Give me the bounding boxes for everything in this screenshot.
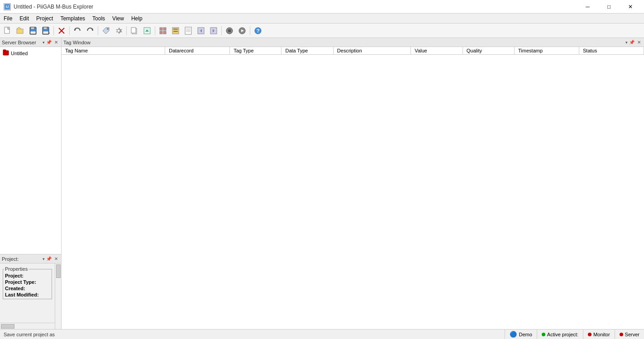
project-close-button[interactable]: ✕	[53, 256, 59, 262]
project-v-scrollbar[interactable]	[55, 264, 61, 329]
col-quality: Quality	[463, 47, 514, 55]
project-panel-controls: ▾ 📌 ✕	[43, 256, 59, 262]
server-browser-panel: Server Browser ▾ 📌 ✕ Untitled	[0, 38, 61, 254]
menu-item-view[interactable]: View	[109, 14, 128, 23]
col-description: Description	[333, 47, 411, 55]
properties-legend: Properties	[4, 266, 29, 272]
project-type-label: Project Type:	[5, 279, 41, 285]
properties-group: Properties Project: Project Type: Create…	[3, 266, 52, 299]
tag-window-controls: ▾ 📌 ✕	[625, 39, 642, 46]
server-label: Server	[625, 332, 639, 337]
col-tag-type: Tag Type	[230, 47, 281, 55]
help-button[interactable]: ?	[252, 25, 264, 37]
app-icon: M	[4, 3, 11, 10]
svg-rect-24	[160, 31, 162, 34]
close-button[interactable]: ✕	[620, 0, 640, 13]
svg-rect-22	[160, 28, 162, 30]
tree-item-untitled[interactable]: Untitled	[2, 49, 59, 57]
menu-item-file[interactable]: File	[0, 14, 16, 23]
arrow-left-button[interactable]	[195, 25, 207, 37]
tag-window-panel: Tag Window ▾ 📌 ✕ Tag NameDatarecordTag T…	[62, 38, 644, 329]
menu-item-templates[interactable]: Templates	[57, 14, 89, 23]
import-button[interactable]	[141, 25, 153, 37]
svg-point-17	[118, 29, 120, 32]
tag-window-close-button[interactable]: ✕	[636, 39, 642, 46]
tag-window-content: Tag NameDatarecordTag TypeData TypeDescr…	[62, 47, 644, 329]
svg-rect-29	[185, 27, 191, 34]
demo-label: Demo	[519, 332, 532, 337]
col-data-type: Data Type	[281, 47, 333, 55]
tag-window-pin-button[interactable]: 📌	[629, 39, 635, 46]
save-button[interactable]	[27, 25, 39, 37]
grid-button[interactable]	[157, 25, 169, 37]
project-h-scrollbar[interactable]	[0, 323, 55, 329]
project-pin-button[interactable]: 📌	[46, 256, 52, 262]
status-main-text: Save current project as	[0, 332, 505, 337]
tree-item-label: Untitled	[11, 51, 28, 56]
svg-rect-38	[228, 29, 231, 32]
tag-button[interactable]	[100, 25, 112, 37]
arrow-right-button[interactable]	[208, 25, 219, 37]
left-panel: Server Browser ▾ 📌 ✕ Untitled	[0, 38, 62, 329]
save-as-button[interactable]: +	[40, 25, 52, 37]
demo-icon: 🔵	[510, 331, 517, 338]
open-button[interactable]	[14, 25, 26, 37]
maximize-button[interactable]: □	[599, 0, 619, 13]
last-modified-label: Last Modified:	[5, 292, 41, 297]
delete-button[interactable]	[56, 25, 67, 37]
last-modified-row: Last Modified:	[4, 292, 51, 298]
redo-button[interactable]	[84, 25, 96, 37]
project-dropdown-arrow-icon: ▾	[43, 257, 45, 261]
created-label: Created:	[5, 286, 41, 291]
title-controls: ─ □ ✕	[577, 0, 640, 13]
svg-rect-27	[173, 28, 178, 30]
svg-text:?: ?	[257, 28, 260, 33]
toolbar: +	[0, 24, 644, 38]
project-panel-header: Project: ▾ 📌 ✕	[0, 254, 61, 264]
svg-rect-6	[31, 27, 34, 29]
server-browser-close-button[interactable]: ✕	[53, 39, 59, 46]
app-title: Untitled - PiiGAB M-Bus Explorer	[14, 4, 93, 10]
svg-rect-25	[163, 31, 166, 34]
svg-rect-4	[17, 29, 23, 33]
settings-button[interactable]	[113, 25, 124, 37]
menu-item-edit[interactable]: Edit	[16, 14, 33, 23]
panels-row: Server Browser ▾ 📌 ✕ Untitled	[0, 38, 644, 329]
new-button[interactable]	[2, 25, 14, 37]
status-bar: Save current project as 🔵 Demo Active pr…	[0, 329, 644, 339]
svg-rect-9	[43, 27, 47, 29]
status-server-section: Server	[615, 330, 644, 339]
doc-button[interactable]	[182, 25, 194, 37]
project-type-row: Project Type:	[4, 279, 51, 285]
server-browser-pin-button[interactable]: 📌	[46, 39, 52, 46]
play-button[interactable]	[236, 25, 248, 37]
col-value: Value	[411, 47, 463, 55]
status-demo-section: 🔵 Demo	[505, 330, 536, 339]
monitor-label: Monitor	[593, 332, 610, 337]
server-browser-title: Server Browser	[2, 40, 36, 45]
menu-item-help[interactable]: Help	[128, 14, 146, 23]
project-panel-title: Project:	[2, 256, 19, 262]
record-button[interactable]	[170, 25, 181, 37]
col-tag-name: Tag Name	[62, 47, 165, 55]
menu-item-tools[interactable]: Tools	[89, 14, 109, 23]
title-bar: M Untitled - PiiGAB M-Bus Explorer ─ □ ✕	[0, 0, 644, 14]
minimize-button[interactable]: ─	[577, 0, 598, 13]
status-monitor-section: Monitor	[583, 330, 615, 339]
project-icon	[3, 49, 9, 57]
tag-window-header: Tag Window ▾ 📌 ✕	[62, 38, 644, 47]
toolbar-sep-6	[221, 26, 222, 35]
project-property-row: Project:	[4, 273, 51, 279]
project-panel: Project: ▾ 📌 ✕ Properties Project:	[0, 254, 61, 329]
undo-button[interactable]	[72, 25, 83, 37]
svg-rect-44	[3, 50, 6, 51]
stop-button[interactable]	[224, 25, 235, 37]
svg-text:+: +	[48, 32, 50, 35]
menu-item-project[interactable]: Project	[33, 14, 57, 23]
active-project-dot	[542, 333, 545, 336]
copy-button[interactable]	[129, 25, 140, 37]
dropdown-arrow-icon: ▾	[43, 40, 45, 45]
tag-table-header-row: Tag NameDatarecordTag TypeData TypeDescr…	[62, 47, 644, 55]
toolbar-sep-5	[155, 26, 155, 35]
scroll-thumb[interactable]	[56, 264, 61, 278]
